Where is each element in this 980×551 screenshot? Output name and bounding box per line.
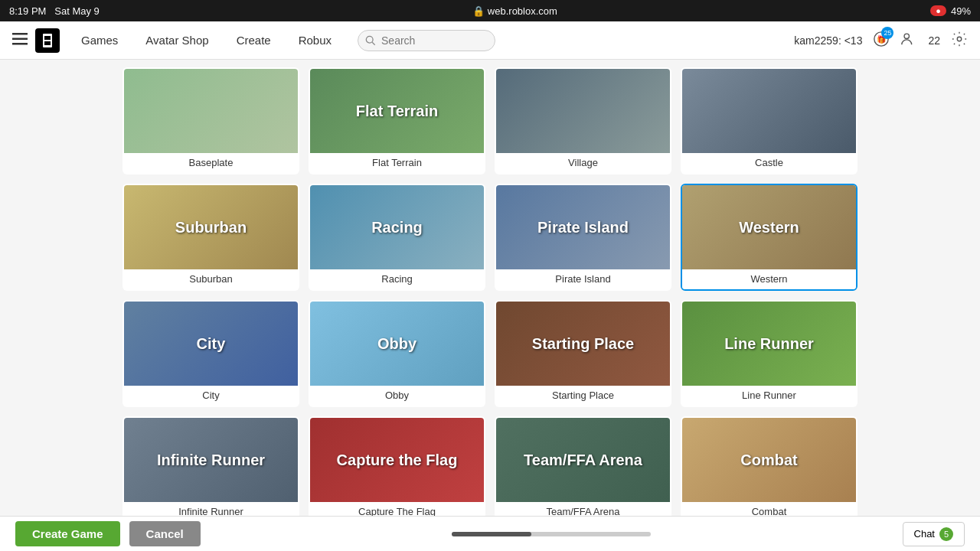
chat-button[interactable]: Chat 5 xyxy=(903,522,965,546)
main-nav: Games Avatar Shop Create Robux xyxy=(67,21,345,60)
game-card-castle[interactable]: Castle xyxy=(681,67,858,174)
game-card-thumb-flat-terrain: Flat Terrain xyxy=(310,69,484,153)
game-card-flat-terrain[interactable]: Flat Terrain Flat Terrain xyxy=(309,67,485,174)
status-url: 🔒 web.roblox.com xyxy=(472,5,557,17)
game-card-name-line-runner: Line Runner xyxy=(682,386,856,406)
top-nav: Games Avatar Shop Create Robux kam2259: … xyxy=(0,21,980,60)
thumb-label-western: Western xyxy=(736,216,802,240)
game-card-thumb-infinite-runner: Infinite Runner xyxy=(124,418,298,502)
svg-line-7 xyxy=(372,42,375,45)
progress-bar-fill xyxy=(452,532,531,536)
status-time: 8:19 PM Sat May 9 xyxy=(9,5,100,17)
friends-count: 22 xyxy=(928,34,940,47)
svg-rect-0 xyxy=(12,33,28,35)
notif-badge: 25 xyxy=(881,27,893,39)
game-card-thumb-baseplate xyxy=(124,69,298,153)
create-game-button[interactable]: Create Game xyxy=(15,521,120,546)
game-card-thumb-western: Western xyxy=(682,185,856,269)
thumb-label-infinite-runner: Infinite Runner xyxy=(154,448,268,472)
game-card-name-castle: Castle xyxy=(682,153,856,173)
hamburger-icon[interactable] xyxy=(12,33,28,48)
thumb-label-village xyxy=(580,108,586,114)
game-card-name-obby: Obby xyxy=(310,386,484,406)
game-card-thumb-racing: Racing xyxy=(310,185,484,269)
svg-rect-5 xyxy=(44,41,51,45)
search-input[interactable] xyxy=(358,30,495,51)
nav-robux[interactable]: Robux xyxy=(285,21,345,60)
record-badge: ● xyxy=(930,5,946,16)
search-wrap xyxy=(358,30,495,51)
game-card-team-arena[interactable]: Team/FFA Arena Team/FFA Arena xyxy=(495,416,671,516)
chat-label: Chat xyxy=(914,528,935,540)
thumb-label-line-runner: Line Runner xyxy=(721,332,817,356)
game-card-city[interactable]: City City xyxy=(122,300,299,407)
game-card-starting-place[interactable]: Starting Place Starting Place xyxy=(495,300,671,407)
thumb-label-suburban: Suburban xyxy=(172,216,250,240)
game-grid: Baseplate Flat Terrain Flat Terrain Vill… xyxy=(122,67,858,516)
game-card-thumb-suburban: Suburban xyxy=(124,185,298,269)
nav-create[interactable]: Create xyxy=(223,21,285,60)
main-content: Baseplate Flat Terrain Flat Terrain Vill… xyxy=(0,60,980,516)
svg-point-6 xyxy=(366,36,373,43)
game-card-pirate-island[interactable]: Pirate Island Pirate Island xyxy=(495,184,671,291)
search-icon xyxy=(365,35,376,46)
bottom-actions: Create Game Cancel xyxy=(15,521,201,546)
nav-games[interactable]: Games xyxy=(67,21,132,60)
svg-rect-2 xyxy=(12,43,28,45)
thumb-label-racing: Racing xyxy=(368,216,426,240)
game-card-thumb-capture-flag: Capture the Flag xyxy=(310,418,484,502)
game-card-name-city: City xyxy=(124,386,298,406)
game-card-thumb-village xyxy=(496,69,670,153)
thumb-label-baseplate xyxy=(208,108,214,114)
thumb-label-city: City xyxy=(194,332,229,356)
cancel-button[interactable]: Cancel xyxy=(129,521,201,546)
game-card-thumb-combat: Combat xyxy=(682,418,856,502)
game-card-name-suburban: Suburban xyxy=(124,269,298,289)
game-card-racing[interactable]: Racing Racing xyxy=(309,184,485,291)
game-card-name-combat: Combat xyxy=(682,502,856,516)
game-card-thumb-obby: Obby xyxy=(310,302,484,386)
game-card-name-team-arena: Team/FFA Arena xyxy=(496,502,670,516)
game-card-name-starting-place: Starting Place xyxy=(496,386,670,406)
chat-badge: 5 xyxy=(939,527,953,541)
progress-bar xyxy=(452,532,651,536)
svg-rect-3 xyxy=(43,34,52,47)
thumb-label-capture-flag: Capture the Flag xyxy=(334,448,461,472)
game-card-name-infinite-runner: Infinite Runner xyxy=(124,502,298,516)
thumb-label-castle xyxy=(766,108,773,114)
game-card-name-pirate-island: Pirate Island xyxy=(496,269,670,289)
game-card-thumb-team-arena: Team/FFA Arena xyxy=(496,418,670,502)
game-card-western[interactable]: Western Western xyxy=(681,184,858,291)
game-card-thumb-starting-place: Starting Place xyxy=(496,302,670,386)
game-card-infinite-runner[interactable]: Infinite Runner Infinite Runner xyxy=(122,416,299,516)
friends-button[interactable] xyxy=(900,31,917,50)
settings-button[interactable] xyxy=(951,31,968,50)
game-card-line-runner[interactable]: Line Runner Line Runner xyxy=(681,300,858,407)
username-label: kam2259: <13 xyxy=(794,34,862,47)
game-card-name-village: Village xyxy=(496,153,670,173)
roblox-logo[interactable] xyxy=(35,28,60,53)
game-card-combat[interactable]: Combat Combat xyxy=(681,416,858,516)
thumb-label-pirate-island: Pirate Island xyxy=(534,216,632,240)
svg-point-10 xyxy=(904,34,909,38)
game-card-capture-flag[interactable]: Capture the Flag Capture The Flag xyxy=(309,416,485,516)
thumb-label-obby: Obby xyxy=(374,332,420,356)
game-card-name-capture-flag: Capture The Flag xyxy=(310,502,484,516)
status-bar: 8:19 PM Sat May 9 🔒 web.roblox.com ● 49% xyxy=(0,0,980,21)
notifications-button[interactable]: 🎁 25 xyxy=(873,31,890,50)
game-card-baseplate[interactable]: Baseplate xyxy=(122,67,299,174)
game-card-obby[interactable]: Obby Obby xyxy=(309,300,485,407)
game-card-thumb-line-runner: Line Runner xyxy=(682,302,856,386)
game-card-village[interactable]: Village xyxy=(495,67,671,174)
thumb-label-starting-place: Starting Place xyxy=(529,332,637,356)
game-card-name-racing: Racing xyxy=(310,269,484,289)
game-card-thumb-castle xyxy=(682,69,856,153)
game-card-thumb-city: City xyxy=(124,302,298,386)
nav-avatar-shop[interactable]: Avatar Shop xyxy=(132,21,222,60)
game-card-suburban[interactable]: Suburban Suburban xyxy=(122,184,299,291)
topnav-right: kam2259: <13 🎁 25 22 xyxy=(794,31,968,50)
game-card-name-flat-terrain: Flat Terrain xyxy=(310,153,484,173)
game-card-name-western: Western xyxy=(682,269,856,289)
status-right: ● 49% xyxy=(930,5,971,17)
svg-rect-1 xyxy=(12,37,28,40)
